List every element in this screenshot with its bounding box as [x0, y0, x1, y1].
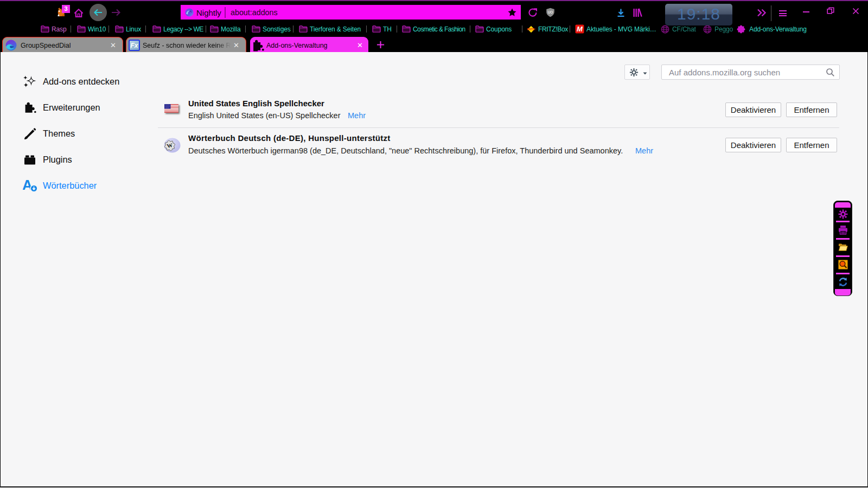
svg-text:FRITZ!: FRITZ! [527, 28, 535, 31]
svg-text:UO: UO [548, 10, 553, 14]
svg-text:M: M [577, 25, 583, 33]
svg-text:Fx: Fx [130, 42, 138, 49]
